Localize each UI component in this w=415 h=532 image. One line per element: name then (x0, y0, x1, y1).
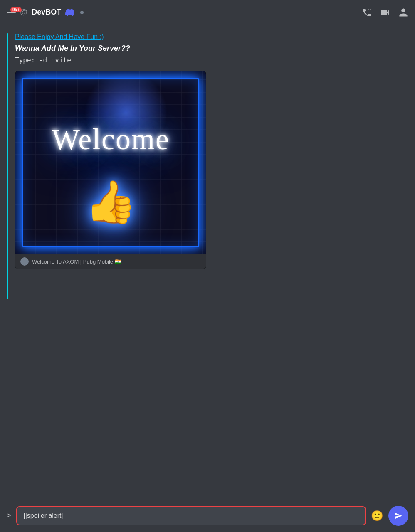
expand-icon[interactable]: > (7, 511, 11, 520)
header: 9k+ @ DevBOT (0, 0, 415, 25)
discord-icon (65, 8, 74, 17)
main-content: Please Enjoy And Have Fun :) Wanna Add M… (0, 25, 415, 499)
embed-image: Welcome 👍 (15, 71, 206, 254)
person-icon[interactable] (398, 7, 408, 17)
bot-name: DevBOT (32, 8, 61, 17)
header-actions (362, 7, 408, 17)
server-invite-text: Wanna Add Me In Your Server?? (15, 44, 130, 52)
text-input-wrapper (16, 506, 366, 525)
footer-avatar (20, 257, 29, 266)
hamburger-menu[interactable]: 9k+ (7, 10, 16, 15)
left-accent-bar-container (7, 33, 8, 299)
message-bold-line: Wanna Add Me In Your Server?? (15, 44, 408, 53)
welcome-text: Welcome (52, 122, 170, 157)
notification-badge: 9k+ (10, 7, 22, 12)
neon-welcome-image: Welcome 👍 (15, 71, 206, 254)
phone-icon[interactable] (362, 7, 372, 17)
message-group: Please Enjoy And Have Fun :) Wanna Add M… (0, 32, 415, 301)
send-button[interactable] (388, 506, 408, 526)
embed-footer: Welcome To AXOM | Pubg Mobile 🇮🇳 (15, 254, 206, 269)
message-input[interactable] (16, 506, 366, 525)
video-icon[interactable] (380, 7, 390, 17)
message-link-line: Please Enjoy And Have Fun :) (15, 33, 408, 41)
thumbsup-icon: 👍 (85, 177, 137, 227)
emoji-button[interactable]: 🙂 (371, 510, 383, 522)
embed-container: Welcome 👍 Welcome To AXOM | Pubg Mobile … (15, 71, 206, 269)
messages-area: Please Enjoy And Have Fun :) Wanna Add M… (0, 25, 415, 499)
message-content: Please Enjoy And Have Fun :) Wanna Add M… (15, 33, 408, 299)
status-dot (80, 11, 84, 14)
send-icon (394, 512, 403, 520)
bottom-bar: > 🙂 (0, 499, 415, 532)
header-left: 9k+ @ DevBOT (7, 8, 357, 17)
accent-bar (7, 33, 8, 299)
message-code-line: Type: -dinvite (15, 56, 408, 64)
footer-text: Welcome To AXOM | Pubg Mobile 🇮🇳 (32, 259, 121, 265)
enjoy-link[interactable]: Please Enjoy And Have Fun :) (15, 33, 104, 40)
invite-command: Type: -dinvite (15, 56, 71, 64)
